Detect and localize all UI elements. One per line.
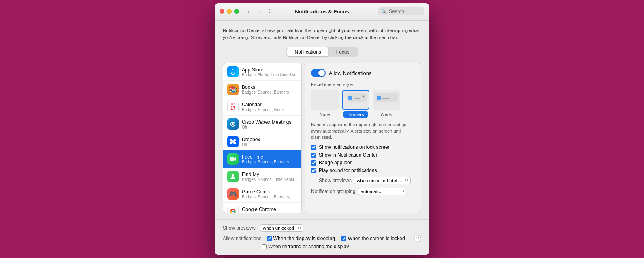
show-previews-label: Show previews [311, 178, 352, 183]
main-window: ‹ › ⠿ Notifications & Focus 🔍 Notificati… [215, 3, 429, 256]
svg-point-1 [232, 123, 234, 125]
books-icon: 📚 [227, 84, 239, 95]
checkbox-notification-center-label: Show in Notification Center [319, 152, 377, 158]
notification-grouping-row: Notification grouping automatic [311, 187, 415, 195]
grid-icon: ⠿ [268, 8, 272, 15]
list-item[interactable]: Cisco Webex Meetings Off [223, 116, 301, 133]
tab-focus[interactable]: Focus [329, 47, 357, 56]
bottom-show-previews-select-wrapper: when unlocked [260, 224, 303, 232]
list-item[interactable]: Find My Badges, Sounds, Time Sensi... [223, 168, 301, 185]
list-item[interactable]: JAN 17 Calendar Badges, Sounds, Alerts [223, 98, 301, 116]
svg-point-12 [232, 211, 234, 212]
alert-option-banners[interactable]: × Banners [342, 90, 369, 118]
checkbox-display-sleeping-input[interactable] [267, 236, 272, 241]
window-title: Notifications & Focus [295, 9, 349, 15]
checkbox-notification-center-input[interactable] [311, 153, 316, 158]
line [382, 97, 396, 97]
right-panel: Allow Notifications FaceTime alert style… [305, 63, 421, 213]
line [382, 98, 390, 99]
tab-notifications[interactable]: Notifications [287, 47, 328, 56]
app-name: Game Center [242, 189, 297, 195]
gamecenter-icon: 🎮 [227, 188, 239, 200]
app-sub: Off [242, 142, 297, 147]
show-previews-select[interactable]: when unlocked (def... [354, 177, 411, 184]
checkbox-play-sound-label: Play sound for notifications [319, 168, 377, 173]
checkbox-screen-locked: When the screen is locked [341, 236, 405, 241]
app-info: Google Chrome Off [242, 206, 297, 213]
checkbox-lock-screen: Show notifications on lock screen [311, 144, 415, 150]
list-item-chrome1[interactable]: Google Chrome Off [223, 203, 301, 213]
mini-notif-icon [377, 96, 381, 100]
list-item[interactable]: 📚 Books Badges, Sounds, Banners [223, 81, 301, 98]
app-sub: Badges, Sounds, Banners [242, 160, 297, 164]
alert-preview-banners: × [342, 90, 369, 110]
checkbox-screen-locked-input[interactable] [341, 236, 346, 241]
toggle-knob [318, 70, 325, 76]
nav-buttons: ‹ › [244, 6, 265, 16]
app-info: Find My Badges, Sounds, Time Sensi... [242, 172, 297, 182]
app-name: Find My [242, 172, 297, 177]
notification-grouping-select[interactable]: automatic [358, 188, 406, 195]
help-button[interactable]: ? [414, 235, 421, 242]
app-info: App Store Badges, Alerts, Time Sensitive [242, 67, 297, 77]
checkbox-badge-app-label: Badge app icon [319, 160, 352, 166]
app-name: App Store [242, 67, 297, 73]
app-sub: Off [242, 125, 297, 129]
maximize-button[interactable] [234, 9, 239, 14]
checkbox-lock-screen-input[interactable] [311, 145, 316, 150]
bottom-previews-row: Show previews: when unlocked [223, 224, 421, 232]
list-item[interactable]: App Store Badges, Alerts, Time Sensitive [223, 63, 301, 81]
alert-label-none: None [316, 111, 334, 118]
app-sub: Badges, Sounds, Banners [242, 90, 297, 95]
list-item[interactable]: 🎮 Game Center Badges, Sounds, Banners, T… [223, 185, 301, 203]
list-item-facetime[interactable]: FaceTime Badges, Sounds, Banners [223, 150, 301, 168]
notification-grouping-select-wrapper: automatic [358, 187, 406, 195]
mini-notification: × [347, 93, 367, 102]
description-text: Notification Center shows your alerts in… [223, 27, 421, 41]
findmy-icon [227, 171, 239, 182]
calendar-icon: JAN 17 [227, 101, 239, 112]
bottom-show-previews-select[interactable]: when unlocked [260, 224, 303, 232]
app-name: Cisco Webex Meetings [242, 119, 297, 125]
mini-notif-lines [382, 97, 396, 99]
list-item[interactable]: Dropbox Off [223, 133, 301, 150]
checkbox-play-sound-input[interactable] [311, 168, 316, 173]
back-button[interactable]: ‹ [244, 6, 254, 16]
checkbox-mirroring-label: When mirroring or sharing the display [268, 244, 349, 249]
checkbox-mirroring: When mirroring or sharing the display [262, 244, 349, 249]
allow-notifications-bottom-label: Allow notifications: [223, 236, 263, 241]
app-info: FaceTime Badges, Sounds, Banners [242, 154, 297, 164]
checkbox-mirroring-input[interactable] [262, 244, 267, 249]
app-name: Dropbox [242, 137, 297, 142]
mini-notification [375, 93, 398, 102]
alert-preview-none [311, 90, 339, 110]
cisco-icon [227, 118, 239, 130]
search-input[interactable] [389, 9, 421, 14]
checkbox-badge-app-input[interactable] [311, 160, 316, 166]
forward-button[interactable]: › [255, 6, 265, 16]
search-box[interactable]: 🔍 [378, 7, 424, 15]
close-button[interactable] [220, 9, 224, 14]
app-sub: Off [242, 212, 297, 213]
app-sub: Badges, Sounds, Alerts [242, 108, 297, 112]
app-info: Cisco Webex Meetings Off [242, 119, 297, 129]
allow-notifications-toggle[interactable] [311, 69, 326, 77]
checkbox-display-sleeping-label: When the display is sleeping [273, 236, 335, 241]
app-list[interactable]: App Store Badges, Alerts, Time Sensitive… [223, 63, 302, 213]
app-sub: Badges, Sounds, Banners, Ti... [242, 195, 297, 199]
mini-notif-icon [348, 96, 352, 100]
chrome-icon-1 [227, 206, 239, 213]
app-name: Calendar [242, 102, 297, 108]
app-info: Dropbox Off [242, 137, 297, 147]
show-previews-row: Show previews when unlocked (def... [311, 176, 415, 184]
notification-grouping-label: Notification grouping [311, 189, 355, 194]
alert-option-none[interactable]: None [311, 90, 339, 118]
tabs-container: Notifications Focus [286, 47, 357, 57]
minimize-button[interactable] [227, 9, 232, 14]
app-sub: Badges, Alerts, Time Sensitive [242, 73, 297, 77]
titlebar: ‹ › ⠿ Notifications & Focus 🔍 [215, 3, 429, 21]
banner-description: Banners appear in the upper-right corner… [311, 122, 415, 140]
alert-label-alerts: Alerts [377, 111, 396, 118]
app-info: Game Center Badges, Sounds, Banners, Ti.… [242, 189, 297, 199]
alert-option-alerts[interactable]: Alerts [373, 90, 400, 118]
